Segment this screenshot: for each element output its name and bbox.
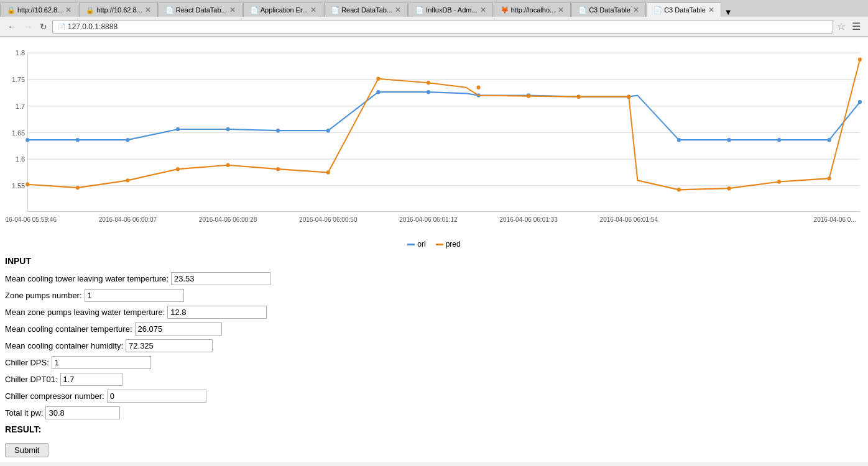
svg-point-26 bbox=[226, 127, 230, 131]
form-input-mean_cooling_container_humidity[interactable] bbox=[126, 339, 213, 352]
pred-line bbox=[25, 58, 862, 192]
form-input-chiller_compressor[interactable] bbox=[107, 390, 206, 403]
form-input-chiller_dps[interactable] bbox=[52, 356, 151, 369]
tab-favicon-2: 📄 bbox=[165, 6, 174, 14]
svg-point-30 bbox=[427, 90, 430, 94]
svg-text:1.65: 1.65 bbox=[12, 129, 25, 136]
svg-point-45 bbox=[276, 167, 280, 171]
svg-point-42 bbox=[126, 178, 129, 182]
form-row-5: Chiller DPS: bbox=[5, 356, 863, 369]
form-label-6: Chiller DPT01: bbox=[5, 375, 58, 384]
legend-pred-dot bbox=[436, 244, 443, 245]
svg-point-48 bbox=[427, 81, 430, 85]
bookmark-button[interactable]: ☆ bbox=[836, 19, 847, 34]
svg-text:1.55: 1.55 bbox=[12, 182, 25, 190]
browser-tab-4[interactable]: 📄 React DataTab... ✕ bbox=[324, 2, 408, 17]
form-input-mean_cooling_container_temp[interactable] bbox=[135, 322, 222, 336]
tab-close-4[interactable]: ✕ bbox=[395, 6, 401, 14]
svg-point-49 bbox=[476, 85, 480, 89]
tab-label-5: InfluxDB - Adm... bbox=[426, 6, 478, 14]
tab-favicon-3: 📄 bbox=[250, 6, 259, 14]
form-label-7: Chiller compressor number: bbox=[5, 391, 104, 401]
form-input-zone_pumps_number[interactable] bbox=[85, 289, 184, 302]
svg-point-57 bbox=[858, 58, 862, 62]
form-row-3: Mean cooling container temperture: bbox=[5, 322, 863, 336]
form-input-chiller_dpt01[interactable] bbox=[60, 373, 122, 386]
line-chart: 1.8 1.75 1.7 1.65 1.6 1.55 2016-04-06 05… bbox=[5, 42, 863, 235]
svg-text:1.7: 1.7 bbox=[16, 103, 25, 110]
tab-close-0[interactable]: ✕ bbox=[65, 6, 72, 14]
refresh-button[interactable]: ↻ bbox=[37, 21, 50, 33]
svg-point-54 bbox=[727, 186, 731, 190]
browser-tab-7[interactable]: 📄 C3 DataTable ✕ bbox=[571, 2, 646, 17]
tab-favicon-5: 📄 bbox=[415, 6, 424, 14]
tab-label-3: Application Er... bbox=[261, 6, 308, 14]
tab-close-5[interactable]: ✕ bbox=[480, 6, 486, 14]
form-input-mean_cooling_tower[interactable] bbox=[171, 272, 270, 285]
form-label-0: Mean cooling tower leaving water tempert… bbox=[5, 274, 169, 283]
browser-tab-8[interactable]: 📄 C3 DataTable ✕ bbox=[647, 2, 721, 17]
tab-favicon-6: 🦊 bbox=[501, 6, 509, 14]
tab-label-8: C3 DataTable bbox=[664, 6, 706, 14]
svg-point-55 bbox=[777, 180, 781, 183]
menu-button[interactable]: ☰ bbox=[849, 19, 863, 34]
tab-close-8[interactable]: ✕ bbox=[708, 6, 714, 14]
svg-text:2016-04-06 06:00:50: 2016-04-06 06:00:50 bbox=[299, 216, 358, 222]
browser-tab-0[interactable]: 🔒 http://10.62.8... ✕ bbox=[0, 2, 78, 17]
svg-point-51 bbox=[577, 94, 581, 98]
svg-point-25 bbox=[176, 127, 180, 131]
form-label-8: Total it pw: bbox=[5, 408, 43, 418]
svg-point-27 bbox=[276, 129, 280, 132]
tab-label-7: C3 DataTable bbox=[589, 6, 630, 14]
ori-line bbox=[25, 90, 862, 142]
svg-point-44 bbox=[226, 163, 230, 167]
chart-legend: ori pred bbox=[5, 240, 863, 249]
svg-point-38 bbox=[828, 138, 831, 142]
form-input-total_it_pw[interactable] bbox=[45, 406, 120, 419]
tab-favicon-4: 📄 bbox=[331, 6, 339, 14]
svg-point-23 bbox=[76, 138, 80, 142]
browser-tab-1[interactable]: 🔒 http://10.62.8... ✕ bbox=[79, 2, 157, 17]
svg-point-29 bbox=[376, 90, 380, 94]
svg-point-43 bbox=[176, 167, 180, 171]
tab-label-4: React DataTab... bbox=[341, 6, 392, 14]
svg-text:2016-04-06 06:01:54: 2016-04-06 06:01:54 bbox=[600, 216, 658, 222]
tab-close-6[interactable]: ✕ bbox=[558, 6, 564, 14]
form-row-6: Chiller DPT01: bbox=[5, 373, 863, 386]
svg-text:2016-04-06 06:00:28: 2016-04-06 06:00:28 bbox=[199, 216, 257, 222]
legend-pred: pred bbox=[436, 240, 461, 249]
form-label-3: Mean cooling container temperture: bbox=[5, 324, 132, 334]
svg-point-56 bbox=[828, 176, 831, 180]
tab-overflow-button[interactable]: ▼ bbox=[722, 7, 734, 17]
svg-text:2016-04-06 06:01:12: 2016-04-06 06:01:12 bbox=[399, 216, 458, 222]
submit-button[interactable]: Submit bbox=[5, 443, 48, 457]
svg-text:2016-04-06 05:59:46: 2016-04-06 05:59:46 bbox=[5, 216, 57, 222]
forward-button[interactable]: → bbox=[21, 21, 35, 33]
tab-close-1[interactable]: ✕ bbox=[145, 6, 151, 14]
svg-text:1.6: 1.6 bbox=[16, 155, 25, 163]
form-row-8: Total it pw: bbox=[5, 406, 863, 419]
legend-ori-dot bbox=[407, 244, 415, 245]
svg-text:2016-04-06 06:00:07: 2016-04-06 06:00:07 bbox=[99, 216, 157, 222]
form-row-1: Zone pumps number: bbox=[5, 289, 863, 302]
form-row-7: Chiller compressor number: bbox=[5, 390, 863, 403]
tab-close-2[interactable]: ✕ bbox=[229, 6, 236, 14]
browser-tab-6[interactable]: 🦊 http://localho... ✕ bbox=[494, 2, 571, 17]
form-input-mean_zone_pumps[interactable] bbox=[167, 306, 267, 319]
browser-tab-5[interactable]: 📄 InfluxDB - Adm... ✕ bbox=[409, 2, 493, 17]
form-label-1: Zone pumps number: bbox=[5, 291, 82, 300]
address-bar[interactable]: 📄 127.0.0.1:8888 bbox=[52, 20, 833, 34]
browser-tab-2[interactable]: 📄 React DataTab... ✕ bbox=[159, 2, 242, 17]
tab-close-3[interactable]: ✕ bbox=[310, 6, 316, 14]
tab-label-2: React DataTab... bbox=[176, 6, 227, 14]
page-content: 1.8 1.75 1.7 1.65 1.6 1.55 2016-04-06 05… bbox=[0, 37, 868, 462]
tab-close-7[interactable]: ✕ bbox=[633, 6, 639, 14]
svg-point-37 bbox=[777, 138, 781, 142]
tab-label-0: http://10.62.8... bbox=[17, 6, 63, 14]
browser-tab-3[interactable]: 📄 Application Er... ✕ bbox=[243, 2, 323, 17]
back-button[interactable]: ← bbox=[5, 21, 19, 33]
svg-text:2016-04-06 06:01:33: 2016-04-06 06:01:33 bbox=[499, 216, 558, 222]
svg-point-47 bbox=[376, 77, 380, 81]
form-label-2: Mean zone pumps leaving water temperture… bbox=[5, 308, 165, 317]
form-label-4: Mean cooling container humidity: bbox=[5, 341, 123, 350]
